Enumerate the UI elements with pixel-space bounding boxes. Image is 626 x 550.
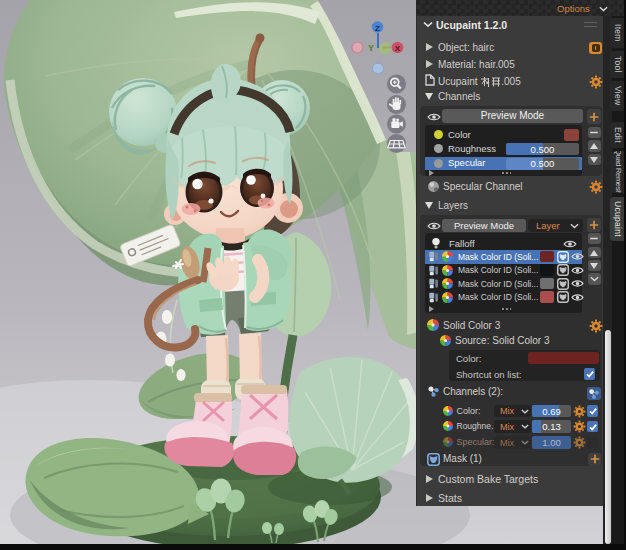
svg-text:X: X bbox=[395, 44, 401, 53]
svg-text:Y: Y bbox=[368, 43, 374, 53]
svg-text:Z: Z bbox=[375, 24, 380, 33]
